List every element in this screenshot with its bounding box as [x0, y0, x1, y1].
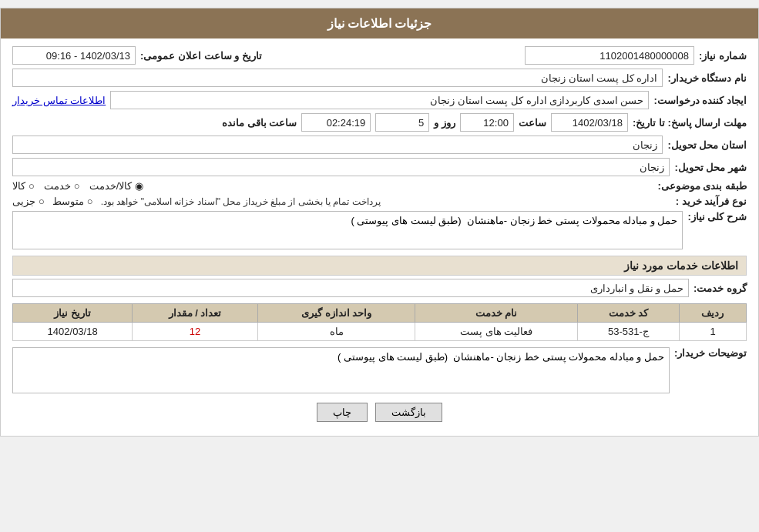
category-option-kala[interactable]: ○ کالا: [12, 180, 35, 192]
city-value: زنجان: [12, 158, 670, 176]
announcement-label: تاریخ و ساعت اعلان عمومی:: [140, 50, 262, 62]
deadline-date: 1402/03/18: [551, 113, 628, 132]
category-label: طبقه بندی موضوعی:: [657, 180, 747, 192]
cell-name: فعالیت های پست: [415, 323, 577, 341]
category-radio-group: ◉ کالا/خدمت ○ خدمت ○ کالا: [12, 180, 653, 192]
deadline-remaining: 02:24:19: [301, 113, 371, 132]
service-group-label: گروه خدمت:: [694, 283, 747, 294]
col-count: تعداد / مقدار: [133, 304, 257, 323]
purchase-radio-medium: ○: [87, 196, 93, 207]
deadline-time: 12:00: [460, 113, 514, 132]
deadline-time-label: ساعت: [519, 117, 546, 129]
creator-label: ایجاد کننده درخواست:: [653, 95, 747, 106]
deadline-label: مهلت ارسال پاسخ: تا تاریخ:: [633, 117, 747, 129]
creator-value: حسن اسدی کاربردازی اداره کل پست استان زن…: [110, 91, 649, 109]
contact-link[interactable]: اطلاعات تماس خریدار: [12, 95, 106, 106]
announcement-value: 1402/03/13 - 09:16: [12, 46, 136, 65]
category-radio-kala-khedmat: ◉: [135, 180, 143, 192]
services-table-section: ردیف کد خدمت نام خدمت واحد اندازه گیری ت…: [12, 303, 747, 341]
category-radio-khedmat: ○: [74, 180, 80, 192]
department-label: نام دستگاه خریدار:: [667, 72, 747, 84]
col-date: تاریخ نیاز: [13, 304, 133, 323]
deadline-days-label: روز و: [434, 117, 455, 129]
purchase-type-label: نوع فرآیند خرید :: [676, 196, 747, 207]
table-row: 1 ج-531-53 فعالیت های پست ماه 12 1402/03…: [13, 323, 747, 341]
cell-code: ج-531-53: [577, 323, 679, 341]
col-code: کد خدمت: [577, 304, 679, 323]
purchase-radio-partial: ○: [39, 196, 45, 207]
col-unit: واحد اندازه گیری: [257, 304, 415, 323]
deadline-remaining-label: ساعت باقی مانده: [222, 117, 297, 129]
cell-unit: ماه: [257, 323, 415, 341]
city-label: شهر محل تحویل:: [674, 162, 747, 173]
need-desc-label: شرح کلی نیاز:: [687, 211, 747, 223]
need-number-label: شماره نیاز:: [699, 50, 747, 62]
purchase-option-medium[interactable]: ○ متوسط: [52, 196, 93, 207]
page-title: جزئیات اطلاعات نیاز: [327, 17, 432, 30]
category-option-kala-khedmat[interactable]: ◉ کالا/خدمت: [89, 180, 144, 192]
bottom-buttons: بازگشت چاپ: [12, 403, 747, 422]
print-button[interactable]: چاپ: [317, 403, 368, 422]
need-desc-textarea[interactable]: [12, 211, 683, 249]
province-label: استان محل تحویل:: [667, 139, 747, 151]
purchase-option-partial[interactable]: ○ جزیی: [12, 196, 45, 207]
cell-count: 12: [133, 323, 257, 341]
cell-date: 1402/03/18: [13, 323, 133, 341]
buyer-notes-textarea[interactable]: [12, 347, 670, 393]
category-radio-kala: ○: [29, 180, 35, 192]
buyer-notes-label: توضیحات خریدار:: [674, 347, 747, 359]
service-group-value: حمل و نقل و انبارداری: [12, 279, 689, 297]
purchase-type-group: پرداخت تمام یا بخشی از مبلغ خریداز محل "…: [12, 196, 671, 207]
purchase-note: پرداخت تمام یا بخشی از مبلغ خریداز محل "…: [101, 196, 381, 207]
page-header: جزئیات اطلاعات نیاز: [1, 8, 758, 38]
deadline-days: 5: [375, 113, 429, 132]
category-option-khedmat[interactable]: ○ خدمت: [44, 180, 80, 192]
department-value: اداره کل پست استان زنجان: [12, 69, 663, 87]
province-value: زنجان: [12, 136, 663, 154]
back-button[interactable]: بازگشت: [375, 403, 442, 422]
services-table: ردیف کد خدمت نام خدمت واحد اندازه گیری ت…: [12, 303, 747, 341]
services-section-header: اطلاعات خدمات مورد نیاز: [12, 256, 747, 276]
col-row: ردیف: [679, 304, 746, 323]
need-number-value: 1102001480000008: [525, 46, 694, 65]
cell-row: 1: [679, 323, 746, 341]
col-name: نام خدمت: [415, 304, 577, 323]
